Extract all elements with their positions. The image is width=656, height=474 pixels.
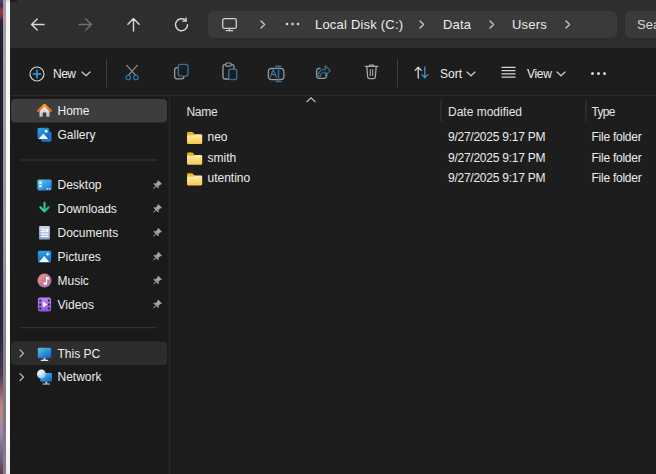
svg-text:Desktop: Desktop bbox=[58, 178, 102, 192]
svg-text:Network: Network bbox=[58, 370, 103, 384]
svg-text:Downloads: Downloads bbox=[58, 202, 117, 216]
svg-text:Gallery: Gallery bbox=[58, 128, 96, 142]
svg-text:This PC: This PC bbox=[58, 347, 101, 361]
svg-text:Home: Home bbox=[58, 104, 90, 118]
svg-text:Music: Music bbox=[58, 274, 89, 288]
svg-text:Documents: Documents bbox=[58, 226, 119, 240]
svg-text:Videos: Videos bbox=[58, 298, 94, 312]
svg-text:Pictures: Pictures bbox=[58, 250, 101, 264]
